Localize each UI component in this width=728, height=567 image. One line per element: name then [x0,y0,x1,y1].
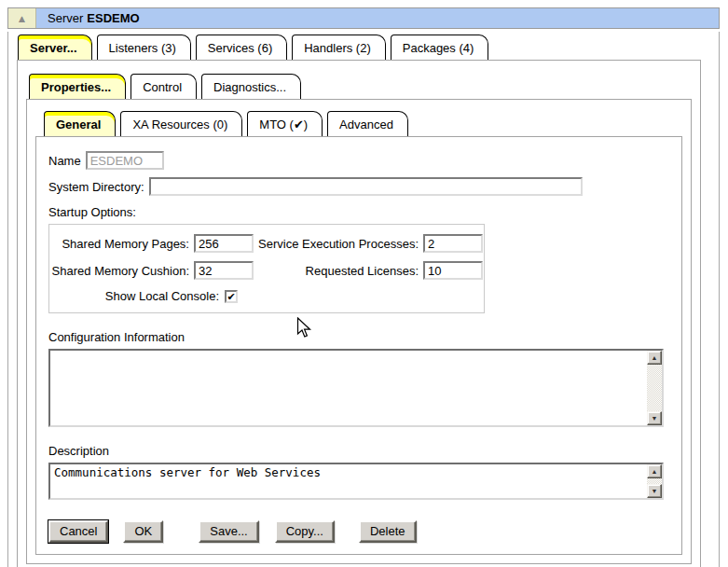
description-text[interactable]: Communications server for Web Services [50,464,647,498]
page-title: Server ESDEMO [36,8,719,28]
description-label: Description [48,444,669,458]
tab-packages[interactable]: Packages (4) [391,35,489,60]
tab-mto[interactable]: MTO (✔) [247,111,323,136]
server-tabs: Server... Listeners (3) Services (6) Han… [17,35,701,60]
show-local-console-label: Show Local Console: [49,289,219,303]
collapse-triangle-icon[interactable]: ▲ [8,8,36,28]
tab-control[interactable]: Control [130,74,197,99]
properties-tab-content: General XA Resources (0) MTO (✔) Advance… [26,99,692,564]
server-tab-content: Properties... Control Diagnostics... Gen… [17,60,701,567]
configuration-information-text[interactable] [50,351,647,425]
show-local-console-checkbox[interactable]: ✔ [225,290,238,303]
description-scrollbar[interactable]: ▲ ▼ [647,464,662,498]
tab-listeners[interactable]: Listeners (3) [97,35,191,60]
save-button[interactable]: Save... [199,520,258,543]
general-tab-content: Name System Directory: Startup Options: … [35,136,682,555]
startup-options-group: Shared Memory Pages: Service Execution P… [48,224,485,313]
server-header-bar: ▲ Server ESDEMO [7,7,720,29]
requested-licenses-field[interactable] [423,261,483,280]
general-tabs: General XA Resources (0) MTO (✔) Advance… [35,111,682,136]
shared-memory-pages-field[interactable] [194,234,254,253]
cancel-button[interactable]: Cancel [48,520,108,543]
scroll-up-icon[interactable]: ▲ [647,464,662,478]
scroll-up-icon[interactable]: ▲ [647,351,662,365]
configuration-information-textarea[interactable]: ▲ ▼ [48,349,664,427]
system-directory-label: System Directory: [48,180,144,194]
scroll-down-icon[interactable]: ▼ [647,411,662,425]
shared-memory-cushion-field[interactable] [194,261,254,280]
properties-tabs: Properties... Control Diagnostics... [26,74,692,99]
tab-handlers[interactable]: Handlers (2) [292,35,386,60]
service-execution-processes-field[interactable] [423,234,483,253]
tab-diagnostics[interactable]: Diagnostics... [201,74,301,99]
server-name: ESDEMO [87,11,139,25]
service-execution-processes-label: Service Execution Processes: [256,237,420,251]
scroll-down-icon[interactable]: ▼ [647,484,662,498]
shared-memory-cushion-label: Shared Memory Cushion: [49,264,191,278]
server-title-prefix: Server [48,11,83,25]
ok-button[interactable]: OK [123,520,163,543]
server-section-frame: Server... Listeners (3) Services (6) Han… [7,32,720,567]
tab-xa-resources[interactable]: XA Resources (0) [120,111,242,136]
configuration-scrollbar[interactable]: ▲ ▼ [647,351,662,425]
action-buttons: Cancel OK Save... Copy... Delete [48,520,669,543]
delete-button[interactable]: Delete [359,520,417,543]
copy-button[interactable]: Copy... [275,520,335,543]
name-field [86,151,164,170]
tab-advanced[interactable]: Advanced [327,111,408,136]
tab-properties[interactable]: Properties... [29,74,126,99]
checkmark-icon: ✔ [227,292,235,301]
description-textarea[interactable]: Communications server for Web Services ▲… [48,463,664,500]
tab-general[interactable]: General [44,111,116,136]
name-label: Name [48,154,81,168]
requested-licenses-label: Requested Licenses: [256,264,420,278]
shared-memory-pages-label: Shared Memory Pages: [49,237,191,251]
startup-options-label: Startup Options: [48,205,669,219]
tab-services[interactable]: Services (6) [196,35,287,60]
system-directory-field[interactable] [149,177,583,196]
tab-server[interactable]: Server... [18,35,92,60]
configuration-information-label: Configuration Information [48,330,669,344]
